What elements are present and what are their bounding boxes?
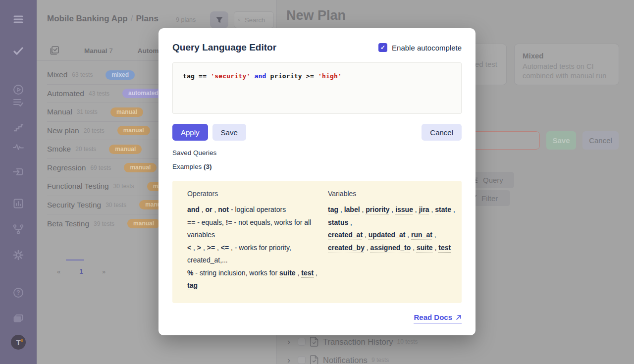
variable-term[interactable]: tag	[187, 281, 198, 289]
operators-header: Operators	[187, 190, 320, 198]
variable-term[interactable]: run_at	[411, 231, 432, 239]
plan-tests-count: 69 tests	[90, 164, 111, 171]
suite-row-notifications[interactable]: › Notifications 9 tests	[287, 355, 389, 364]
pulse-icon[interactable]	[13, 142, 24, 153]
pagination-next[interactable]: »	[98, 268, 109, 275]
variable-term[interactable]: assigned_to	[370, 244, 411, 252]
steps-icon[interactable]	[13, 122, 24, 133]
plan-tests-count: 30 tests	[113, 183, 134, 190]
page-title: New Plan	[286, 8, 346, 23]
variables-column: Variables tag , label , priority , issue…	[328, 190, 454, 292]
plan-type-card-mixed[interactable]: Mixed Automated tests on CIcombined with…	[514, 44, 619, 85]
folders-icon[interactable]	[13, 313, 24, 324]
plan-save-button[interactable]: Save	[546, 131, 576, 150]
variable-term[interactable]: suite	[417, 244, 433, 252]
autocomplete-label: Enable autocomplete	[392, 44, 462, 52]
svg-text:?: ?	[16, 289, 20, 296]
operators-line: tag	[187, 279, 320, 292]
variable-term[interactable]: label	[344, 206, 360, 213]
variable-term[interactable]: state	[435, 206, 451, 213]
variable-term[interactable]: tag	[328, 206, 338, 213]
query-code-editor[interactable]: tag == 'security' and priority >= 'high'	[172, 62, 462, 114]
document-check-icon	[310, 355, 318, 364]
autocomplete-checkbox[interactable]: ✓	[378, 43, 387, 52]
menu-icon[interactable]	[13, 14, 24, 25]
document-check-icon	[310, 337, 318, 347]
suite-checkbox[interactable]	[298, 356, 306, 364]
save-query-button[interactable]: Save	[212, 124, 246, 141]
plan-type-badge: manual	[127, 219, 160, 228]
import-icon[interactable]	[13, 166, 24, 177]
variable-term[interactable]: jira	[419, 206, 429, 213]
card-description: Automated tests on CIcombined with manua…	[523, 62, 611, 81]
variable-term[interactable]: updated_at	[369, 231, 406, 239]
play-circle-icon[interactable]	[13, 84, 24, 95]
branch-icon[interactable]	[13, 224, 24, 235]
code-token: priority >=	[270, 72, 318, 80]
modal-header: Query Language Editor ✓ Enable autocompl…	[172, 41, 462, 54]
query-button-label: Query	[483, 176, 503, 184]
pagination: « 1 »	[53, 267, 109, 275]
variable-term[interactable]: test	[301, 269, 314, 277]
list-check-icon[interactable]	[13, 97, 24, 108]
plan-type-badge: manual	[124, 163, 157, 172]
help-icon[interactable]: ?	[13, 287, 24, 298]
gear-icon[interactable]	[13, 250, 24, 260]
search-input[interactable]	[244, 16, 269, 24]
plan-tests-count: 20 tests	[84, 127, 105, 134]
suite-row-transaction-history[interactable]: › Transaction History 10 tests	[287, 337, 418, 347]
variables-line: status ,	[328, 216, 454, 229]
suite-checkbox[interactable]	[298, 338, 306, 346]
plan-name: Beta Testing	[47, 219, 89, 228]
testomat-logo-icon[interactable]: T	[11, 335, 26, 350]
funnel-icon	[216, 17, 223, 23]
breadcrumb-page[interactable]: Plans	[136, 14, 158, 23]
plan-name: Mixed	[47, 70, 67, 79]
filter-button-label: Filter	[481, 194, 498, 203]
plan-name: Automated	[47, 89, 84, 98]
operators-line: % - string inclusion, works for suite , …	[187, 267, 320, 280]
operators-line: variables	[187, 229, 320, 242]
search-box[interactable]	[234, 11, 274, 28]
variables-header: Variables	[328, 190, 454, 198]
saved-queries-section[interactable]: Saved Queries	[172, 149, 462, 156]
plan-name: Regression	[47, 163, 86, 172]
breadcrumb-separator: /	[128, 14, 136, 23]
read-docs-label: Read Docs	[414, 313, 452, 321]
apply-button[interactable]: Apply	[172, 124, 208, 141]
breadcrumb-project[interactable]: Mobile Banking App	[47, 14, 128, 23]
plan-cancel-button[interactable]: Cancel	[582, 131, 619, 150]
plan-tests-count: 63 tests	[72, 71, 93, 78]
external-link-arrow-icon	[456, 314, 462, 320]
plan-type-badge: manual	[110, 107, 143, 117]
plans-filter-button[interactable]	[210, 11, 228, 28]
variable-term[interactable]: priority	[366, 206, 389, 213]
check-icon[interactable]	[13, 46, 24, 56]
variable-term[interactable]: suite	[279, 269, 296, 277]
read-docs-link[interactable]: Read Docs	[414, 313, 462, 323]
variable-term[interactable]: status	[328, 218, 348, 226]
pagination-active-indicator	[66, 260, 84, 260]
cancel-button[interactable]: Cancel	[422, 124, 462, 141]
operators-line: == - equals, != - not equals, works for …	[187, 216, 320, 229]
pagination-page-1[interactable]: 1	[64, 267, 98, 275]
operators-line: created_at,...	[187, 254, 320, 267]
tab-manual[interactable]: Manual 7	[84, 47, 113, 54]
variables-line: created_by , assigned_to , suite , test	[328, 242, 454, 255]
pagination-prev[interactable]: «	[53, 268, 64, 275]
variable-term[interactable]: created_by	[328, 244, 365, 252]
variable-term[interactable]: test	[438, 244, 451, 252]
plan-tests-count: 30 tests	[106, 202, 126, 208]
sidebar: ? T	[0, 0, 37, 364]
app-root: ? T Mobile Banking App/Plans 9 plans Man…	[0, 0, 634, 364]
chevron-right-icon[interactable]: ›	[287, 356, 290, 364]
chevron-right-icon[interactable]: ›	[287, 337, 290, 346]
bar-chart-icon[interactable]	[13, 198, 24, 209]
plan-tests-count: 39 tests	[94, 220, 114, 227]
plan-tests-count: 20 tests	[75, 146, 96, 153]
examples-section[interactable]: Examples (3)	[172, 163, 462, 170]
code-token-string: 'security'	[211, 72, 250, 80]
variable-term[interactable]: issue	[395, 206, 413, 213]
variable-term[interactable]: created_at	[328, 231, 363, 239]
examples-count: (3)	[204, 163, 212, 170]
